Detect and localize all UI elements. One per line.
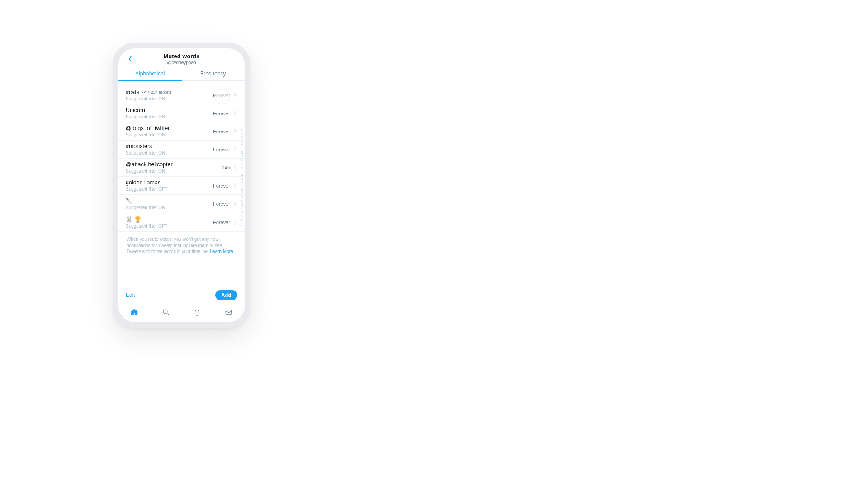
svg-point-0 <box>163 310 167 314</box>
trend-text: + 234 reports <box>147 90 171 94</box>
screen: Muted words @cydneyphan Alphabetical Fre… <box>118 48 245 322</box>
muted-word: @attack.helicopter <box>126 161 222 168</box>
muted-word: 🐰 🏆 <box>126 216 213 223</box>
alpha-index-letter[interactable]: O <box>240 181 243 184</box>
list-item[interactable]: @dogs_of_twitter Suggested filter ON For… <box>118 122 245 141</box>
alpha-index-letter[interactable]: I <box>240 159 243 162</box>
alpha-index-letter[interactable]: L <box>240 169 243 173</box>
alpha-index-letter[interactable]: Z <box>240 221 243 225</box>
muted-word: golden llamas <box>126 179 213 186</box>
filter-status: Suggested filter ON <box>126 205 213 210</box>
alpha-index-letter[interactable]: S <box>240 196 243 199</box>
chevron-right-icon <box>233 111 237 116</box>
chevron-right-icon <box>233 220 237 225</box>
filter-status: Suggested filter ON <box>126 96 213 101</box>
alpha-index-letter[interactable]: E <box>240 144 243 147</box>
alpha-index-letter[interactable]: F <box>240 147 243 151</box>
info-text-block: When you mute words, you won't get any n… <box>118 232 245 259</box>
chevron-right-icon <box>233 129 237 134</box>
filter-status: Suggested filter ON <box>126 150 213 155</box>
learn-more-link[interactable]: Learn More <box>210 249 233 254</box>
alpha-index-letter[interactable]: V <box>240 206 243 210</box>
filter-status: Suggested filter ON <box>126 169 222 174</box>
list-item[interactable]: 🔪 Suggested filter ON Forever <box>118 195 245 213</box>
chevron-right-icon <box>233 183 237 188</box>
tabs: Alphabetical Frequency <box>118 66 245 81</box>
trend-badge: + 234 reports <box>142 90 171 94</box>
muted-word: @dogs_of_twitter <box>126 125 213 131</box>
alpha-index-letter[interactable]: A <box>240 129 243 132</box>
duration-label: Forever <box>213 201 230 206</box>
alpha-index-letter[interactable]: R <box>240 192 243 195</box>
alpha-index-letter[interactable]: N <box>240 177 243 181</box>
alpha-index-letter[interactable]: G <box>240 151 243 155</box>
alpha-index-letter[interactable]: J <box>240 162 243 166</box>
tab-alphabetical[interactable]: Alphabetical <box>118 66 182 80</box>
alpha-index-letter[interactable]: T <box>240 199 243 203</box>
alpha-index-letter[interactable]: M <box>240 173 243 177</box>
tab-frequency[interactable]: Frequency <box>182 66 245 80</box>
muted-list: #cats + 234 reports Suggested filter ON … <box>118 81 245 287</box>
alpha-index-letter[interactable]: Q <box>240 188 243 192</box>
page-subtitle: @cydneyphan <box>118 60 245 65</box>
duration-label: 24h <box>222 165 230 170</box>
bottom-nav <box>118 304 245 322</box>
alpha-index-letter[interactable]: H <box>240 155 243 158</box>
alpha-index[interactable]: ABCDEFGHIJKLMNOPQRSTUVWXYZ* <box>240 129 243 229</box>
alpha-index-letter[interactable]: * <box>240 225 243 229</box>
chevron-right-icon <box>233 147 237 152</box>
page-title: Muted words <box>118 53 245 60</box>
list-item[interactable]: Unicorn Suggested filter ON Forever <box>118 104 245 122</box>
alpha-index-letter[interactable]: C <box>240 136 243 140</box>
home-icon[interactable] <box>130 308 139 317</box>
duration-label: Forever <box>213 183 230 188</box>
back-icon[interactable] <box>126 54 135 63</box>
muted-word: #cats <box>126 89 139 95</box>
bell-icon[interactable] <box>193 308 202 317</box>
alpha-index-letter[interactable]: B <box>240 132 243 136</box>
add-button[interactable]: Add <box>215 290 237 300</box>
chevron-right-icon <box>233 202 237 206</box>
search-icon[interactable] <box>161 308 170 317</box>
list-item[interactable]: #monsters Suggested filter ON Forever <box>118 141 245 159</box>
alpha-index-letter[interactable]: W <box>240 210 243 214</box>
duration-label: Forever <box>213 93 230 98</box>
alpha-index-letter[interactable]: X <box>240 214 243 218</box>
filter-status: Suggested filter OFF <box>126 224 213 229</box>
duration-label: Forever <box>213 147 230 152</box>
edit-button[interactable]: Edit <box>126 292 135 298</box>
list-item[interactable]: 🐰 🏆 Suggested filter OFF Forever <box>118 213 245 232</box>
muted-word: #monsters <box>126 143 213 150</box>
alpha-index-letter[interactable]: D <box>240 140 243 144</box>
alpha-index-letter[interactable]: Y <box>240 218 243 221</box>
mail-icon[interactable] <box>224 308 233 317</box>
action-bar: Edit Add <box>118 287 245 304</box>
header: Muted words @cydneyphan <box>118 48 245 66</box>
phone-frame: Muted words @cydneyphan Alphabetical Fre… <box>113 43 250 328</box>
chevron-right-icon <box>233 93 237 98</box>
chevron-right-icon <box>233 165 237 170</box>
filter-status: Suggested filter OFF <box>126 187 213 192</box>
list-item[interactable]: @attack.helicopter Suggested filter ON 2… <box>118 159 245 177</box>
duration-label: Forever <box>213 220 230 225</box>
list-item[interactable]: #cats + 234 reports Suggested filter ON … <box>118 86 245 104</box>
alpha-index-letter[interactable]: U <box>240 203 243 206</box>
info-text: When you mute words, you won't get any n… <box>127 237 222 254</box>
alpha-index-letter[interactable]: P <box>240 184 243 188</box>
muted-word: 🔪 <box>126 197 213 204</box>
alpha-index-letter[interactable]: K <box>240 166 243 169</box>
duration-label: Forever <box>213 129 230 134</box>
list-item[interactable]: golden llamas Suggested filter OFF Forev… <box>118 177 245 195</box>
muted-word: Unicorn <box>126 107 213 113</box>
filter-status: Suggested filter ON <box>126 114 213 119</box>
duration-label: Forever <box>213 111 230 116</box>
filter-status: Suggested filter ON <box>126 132 213 137</box>
